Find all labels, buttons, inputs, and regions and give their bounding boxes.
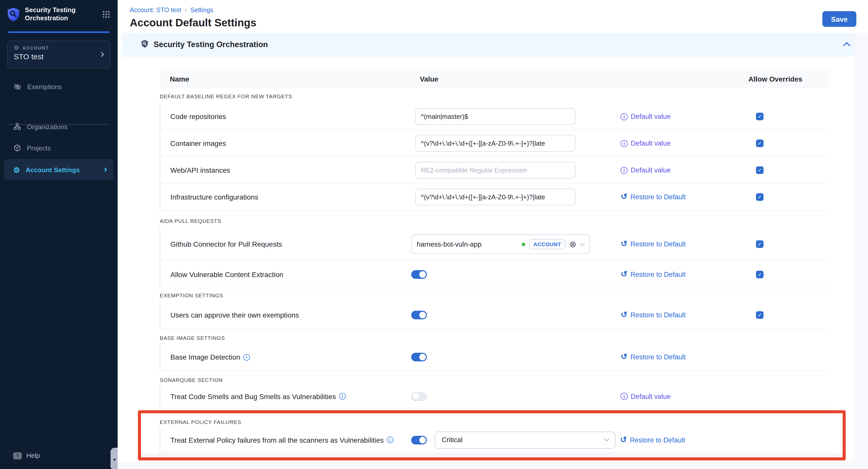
regex-input[interactable] <box>415 189 576 205</box>
restore-to-default-link[interactable]: Restore to Default <box>621 270 685 278</box>
sidebar-collapse-handle[interactable] <box>111 448 118 469</box>
chevron-up-icon[interactable] <box>843 42 850 49</box>
restore-to-default-link[interactable]: Restore to Default <box>621 240 685 248</box>
allow-override-checkbox[interactable] <box>756 113 764 120</box>
app-title: Security Testing Orchestration <box>25 6 85 23</box>
content-card: Security Testing Orchestration Name Valu… <box>118 33 854 462</box>
setting-name: Users can approve their own exemptions <box>170 311 299 319</box>
connected-status-dot <box>522 242 525 246</box>
scope-badge: ACCOUNT <box>529 239 565 249</box>
clear-icon[interactable] <box>569 240 577 248</box>
section-group: Github Connector for Pull Requests harne… <box>160 228 829 288</box>
default-value-indicator[interactable]: Default value <box>621 139 671 147</box>
account-name: STO test <box>14 52 104 61</box>
severity-selected-value: Critical <box>442 436 463 444</box>
account-scope-label: ACCOUNT <box>22 45 49 51</box>
toggle-on[interactable] <box>411 270 427 278</box>
save-button[interactable]: Save <box>823 11 856 27</box>
section-group: Code repositories Default value Containe… <box>160 103 829 211</box>
cube-icon <box>13 144 21 152</box>
default-value-indicator[interactable]: Default value <box>621 113 671 120</box>
allow-override-checkbox[interactable] <box>756 193 764 201</box>
module-grid-icon[interactable] <box>102 11 110 18</box>
section-group: Treat External Policy failures from all … <box>160 428 829 452</box>
setting-row-treat-external-policy-failures: Treat External Policy failures from all … <box>160 428 829 452</box>
restore-icon <box>621 311 627 319</box>
setting-row-container-images: Container images Default value <box>160 130 829 157</box>
info-icon[interactable] <box>243 354 250 360</box>
breadcrumb-account-link[interactable]: Account: STO test <box>130 6 181 13</box>
allow-override-checkbox[interactable] <box>756 166 764 174</box>
help-button[interactable]: ? Help <box>13 452 40 459</box>
setting-name: Github Connector for Pull Requests <box>170 240 282 248</box>
section-label: EXEMPTION SETTINGS <box>160 292 223 298</box>
setting-row-code-repositories: Code repositories Default value <box>160 103 829 130</box>
section-label: SONARQUBE SECTION <box>160 377 223 383</box>
column-header-name: Name <box>170 75 189 83</box>
sidebar-item-projects[interactable]: Projects <box>4 137 114 159</box>
sidebar-item-exemptions[interactable]: Exemptions <box>4 76 114 97</box>
allow-override-checkbox[interactable] <box>756 139 764 147</box>
panel-title: Security Testing Orchestration <box>154 40 268 49</box>
regex-input[interactable] <box>415 108 576 125</box>
section-group: Users can approve their own exemptions R… <box>160 301 829 329</box>
sidebar-item-label: Projects <box>27 144 51 152</box>
table-header: Name Value Allow Overrides <box>160 69 829 88</box>
allow-override-checkbox[interactable] <box>756 270 764 278</box>
setting-row-treat-code-smells: Treat Code Smells and Bug Smells as Vuln… <box>160 385 829 408</box>
regex-input[interactable] <box>415 162 576 178</box>
restore-to-default-link[interactable]: Restore to Default <box>621 353 685 361</box>
sidebar-item-account-settings[interactable]: ⚙ Account Settings <box>4 159 114 180</box>
toggle-on[interactable] <box>411 436 427 444</box>
section-label: AIDA PULL REQUESTS <box>160 218 221 224</box>
app-shield-icon <box>7 7 20 22</box>
default-value-indicator[interactable]: Default value <box>621 393 671 400</box>
column-header-allow-overrides: Allow Overrides <box>748 75 802 83</box>
screen: Security Testing Orchestration <box>0 0 868 469</box>
restore-icon <box>620 436 627 444</box>
allow-override-checkbox[interactable] <box>756 311 764 319</box>
default-value-indicator[interactable]: Default value <box>621 166 671 174</box>
severity-select[interactable]: Critical <box>435 431 616 448</box>
setting-name: Treat Code Smells and Bug Smells as Vuln… <box>170 392 345 400</box>
info-icon[interactable] <box>339 393 345 400</box>
setting-row-users-approve-own-exemptions: Users can approve their own exemptions R… <box>160 301 829 329</box>
settings-table: Name Value Allow Overrides DEFAULT BASEL… <box>160 69 829 469</box>
allow-override-checkbox[interactable] <box>756 240 764 248</box>
chevron-down-icon[interactable] <box>580 241 585 246</box>
toggle-on[interactable] <box>411 311 427 319</box>
account-scope-label-row: ACCOUNT <box>14 45 104 51</box>
restore-icon <box>621 241 627 248</box>
restore-to-default-link[interactable]: Restore to Default <box>621 193 685 201</box>
setting-name: Base Image Detection <box>170 353 250 361</box>
connector-name: harness-bot-vuln-app <box>417 240 518 248</box>
info-icon <box>621 167 628 174</box>
setting-name: Container images <box>170 139 226 147</box>
sidebar-item-label: Account Settings <box>26 166 80 173</box>
toggle-on[interactable] <box>411 353 427 361</box>
org-chart-icon <box>13 123 21 131</box>
accent-bar <box>8 31 110 33</box>
restore-to-default-link[interactable]: Restore to Default <box>620 436 685 444</box>
info-icon <box>621 140 628 147</box>
sidebar-item-organizations[interactable]: Organizations <box>4 116 114 137</box>
gear-icon: ⚙ <box>13 166 20 173</box>
info-icon[interactable] <box>386 437 393 443</box>
toggle-off[interactable] <box>411 392 427 401</box>
connector-select[interactable]: harness-bot-vuln-app ACCOUNT <box>411 234 590 254</box>
sidebar-item-label: Exemptions <box>27 83 62 91</box>
panel-header: Security Testing Orchestration <box>122 33 854 57</box>
breadcrumb-settings-link[interactable]: Settings <box>190 6 213 13</box>
section-label: EXTERNAL POLICY FAILURES <box>160 419 241 425</box>
page-title: Account Default Settings <box>130 17 256 29</box>
sidebar: Security Testing Orchestration <box>0 0 118 469</box>
restore-to-default-link[interactable]: Restore to Default <box>621 311 685 319</box>
help-label: Help <box>26 452 40 459</box>
setting-row-web-api-instances: Web/API instances Default value <box>160 157 829 184</box>
section-label: DEFAULT BASELINE REGEX FOR NEW TARGETS <box>160 93 292 99</box>
restore-icon <box>621 354 627 361</box>
sidebar-item-label: Organizations <box>27 123 67 130</box>
section-label: BASE IMAGE SETTINGS <box>160 335 225 341</box>
regex-input[interactable] <box>415 135 576 152</box>
account-scope-card[interactable]: ACCOUNT STO test <box>7 40 111 68</box>
